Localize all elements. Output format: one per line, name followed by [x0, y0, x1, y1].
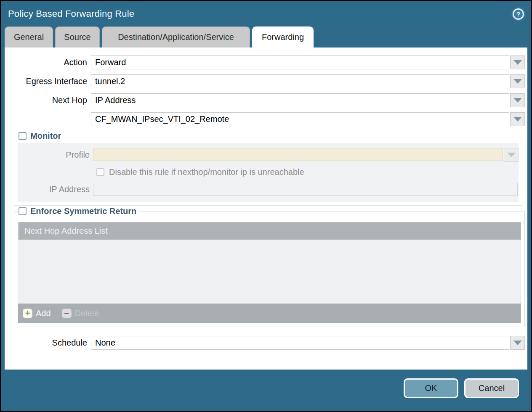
schedule-label: Schedule [5, 338, 91, 348]
minus-icon: − [62, 309, 72, 318]
symmetric-return-title: Enforce Symmetric Return [30, 206, 136, 216]
help-icon[interactable]: ? [513, 8, 524, 20]
schedule-row: Schedule None [5, 336, 527, 350]
next-hop-address-value[interactable]: CF_MWAN_IPsec_VTI_02_Remote [91, 112, 509, 126]
monitor-panel: Profile Disable this rule if nexthop/mon… [18, 143, 519, 202]
action-value[interactable]: Forward [91, 55, 509, 69]
next-hop-address-dropdown: CF_MWAN_IPsec_VTI_02_Remote [91, 112, 525, 126]
egress-interface-dropdown: tunnel.2 [91, 74, 525, 88]
delete-button: − Delete [62, 309, 99, 318]
chevron-down-icon [513, 98, 522, 103]
monitor-legend: Monitor [18, 131, 63, 141]
monitor-ip-address-input [93, 183, 518, 196]
action-label: Action [5, 58, 91, 67]
add-button-label: Add [36, 309, 51, 318]
tab-forwarding[interactable]: Forwarding [252, 26, 314, 48]
dialog-footer: OK Cancel [1, 370, 531, 407]
action-row: Action Forward [5, 55, 527, 69]
plus-icon: + [23, 309, 32, 318]
next-hop-address-list-table: Next Hop Address List + Add − Delete [18, 222, 521, 323]
tab-source[interactable]: Source [55, 26, 100, 48]
disable-rule-checkbox [96, 168, 104, 176]
dialog-title: Policy Based Forwarding Rule [8, 8, 134, 19]
chevron-down-icon [507, 153, 516, 157]
disable-rule-label: Disable this rule if nexthop/monitor ip … [109, 167, 304, 177]
next-hop-type-dropdown-button[interactable] [510, 93, 525, 107]
forwarding-tab-panel: Action Forward Egress Interface tunnel.2… [5, 48, 527, 370]
add-button[interactable]: + Add [23, 309, 51, 318]
disable-rule-row: Disable this rule if nexthop/monitor ip … [96, 167, 519, 177]
action-dropdown: Forward [91, 55, 525, 69]
monitor-checkbox[interactable] [19, 132, 27, 140]
tab-bar: General Source Destination/Application/S… [5, 26, 531, 48]
next-hop-address-list-header: Next Hop Address List [18, 222, 521, 240]
chevron-down-icon [513, 117, 522, 121]
schedule-value[interactable]: None [91, 336, 509, 350]
profile-row: Profile [18, 148, 519, 162]
chevron-down-icon [513, 60, 522, 65]
table-toolbar: + Add − Delete [18, 304, 521, 323]
profile-dropdown [93, 148, 519, 162]
action-dropdown-button[interactable] [510, 55, 525, 69]
tab-general[interactable]: General [5, 26, 53, 48]
chevron-down-icon [513, 341, 522, 345]
next-hop-row: Next Hop IP Address [5, 93, 527, 107]
delete-button-label: Delete [75, 309, 99, 318]
next-hop-type-dropdown: IP Address [91, 93, 525, 107]
chevron-down-icon [513, 79, 522, 84]
next-hop-type-value[interactable]: IP Address [91, 93, 509, 107]
monitor-title: Monitor [30, 131, 61, 141]
cancel-button[interactable]: Cancel [464, 378, 519, 398]
next-hop-address-list-body[interactable] [18, 240, 521, 304]
egress-interface-row: Egress Interface tunnel.2 [5, 74, 527, 88]
next-hop-label: Next Hop [5, 95, 91, 105]
egress-interface-label: Egress Interface [5, 77, 91, 86]
profile-dropdown-button [504, 148, 519, 162]
schedule-dropdown-button[interactable] [510, 336, 525, 350]
symmetric-return-section: Enforce Symmetric Return Next Hop Addres… [14, 206, 525, 327]
schedule-dropdown: None [91, 336, 525, 350]
symmetric-return-checkbox[interactable] [19, 207, 27, 215]
tab-destination-application-service[interactable]: Destination/Application/Service [102, 26, 250, 48]
pbf-rule-dialog: { "window": { "title": "Policy Based For… [0, 0, 532, 412]
next-hop-address-dropdown-button[interactable] [510, 112, 525, 126]
egress-interface-value[interactable]: tunnel.2 [91, 74, 509, 88]
symmetric-return-legend: Enforce Symmetric Return [18, 206, 138, 216]
profile-label: Profile [18, 150, 93, 160]
monitor-ip-address-label: IP Address [18, 185, 93, 194]
dialog-titlebar: Policy Based Forwarding Rule ? [1, 1, 531, 26]
profile-value [93, 148, 503, 161]
monitor-ip-address-row: IP Address [18, 183, 519, 196]
egress-interface-dropdown-button[interactable] [510, 74, 525, 88]
next-hop-address-row: CF_MWAN_IPsec_VTI_02_Remote [5, 112, 527, 126]
monitor-section: Monitor Profile Disable this rule if nex… [14, 131, 522, 206]
ok-button[interactable]: OK [404, 378, 458, 398]
